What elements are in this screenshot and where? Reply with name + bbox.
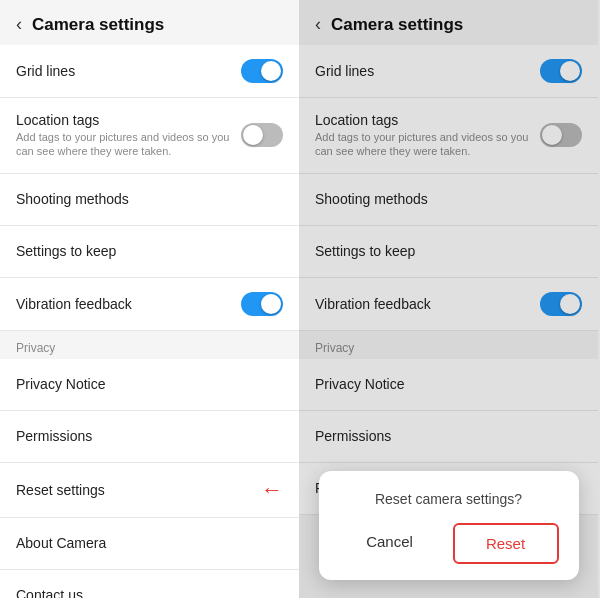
left-location-tags-knob <box>243 125 263 145</box>
left-reset-arrow-icon: ← <box>261 477 283 503</box>
dialog-cancel-button[interactable]: Cancel <box>339 523 441 564</box>
left-settings-list: Grid lines Location tags Add tags to you… <box>0 45 299 598</box>
left-vibration-feedback-toggle[interactable] <box>241 292 283 316</box>
left-privacy-notice-label: Privacy Notice <box>16 376 283 392</box>
dialog-title: Reset camera settings? <box>339 491 559 507</box>
left-about-camera-label: About Camera <box>16 535 283 551</box>
left-grid-lines-toggle[interactable] <box>241 59 283 83</box>
left-privacy-notice-item[interactable]: Privacy Notice <box>0 359 299 411</box>
left-about-camera-item[interactable]: About Camera <box>0 518 299 570</box>
left-panel: ‹ Camera settings Grid lines Location ta… <box>0 0 299 598</box>
left-grid-lines-knob <box>261 61 281 81</box>
left-header-title: Camera settings <box>32 15 164 35</box>
left-location-tags-toggle[interactable] <box>241 123 283 147</box>
left-permissions-item[interactable]: Permissions <box>0 411 299 463</box>
dialog-buttons: Cancel Reset <box>339 523 559 564</box>
left-vibration-feedback-label: Vibration feedback <box>16 296 241 312</box>
dialog-reset-button[interactable]: Reset <box>453 523 559 564</box>
left-permissions-label: Permissions <box>16 428 283 444</box>
left-vibration-feedback-knob <box>261 294 281 314</box>
right-dialog-overlay: Reset camera settings? Cancel Reset <box>299 0 598 598</box>
left-reset-settings-item[interactable]: Reset settings ← <box>0 463 299 518</box>
left-location-tags-label: Location tags <box>16 112 241 128</box>
left-settings-to-keep-item[interactable]: Settings to keep <box>0 226 299 278</box>
reset-dialog: Reset camera settings? Cancel Reset <box>319 471 579 580</box>
left-grid-lines-label: Grid lines <box>16 63 241 79</box>
left-reset-settings-label: Reset settings <box>16 482 253 498</box>
left-contact-us-item[interactable]: Contact us <box>0 570 299 598</box>
left-contact-us-label: Contact us <box>16 587 283 598</box>
left-location-tags-item[interactable]: Location tags Add tags to your pictures … <box>0 98 299 174</box>
left-header: ‹ Camera settings <box>0 0 299 45</box>
right-panel-wrapper: ‹ Camera settings Grid lines Location ta… <box>299 0 598 598</box>
left-settings-to-keep-label: Settings to keep <box>16 243 283 259</box>
left-shooting-methods-label: Shooting methods <box>16 191 283 207</box>
left-location-tags-sublabel: Add tags to your pictures and videos so … <box>16 130 241 159</box>
left-grid-lines-item[interactable]: Grid lines <box>0 45 299 98</box>
left-shooting-methods-item[interactable]: Shooting methods <box>0 174 299 226</box>
left-vibration-feedback-item[interactable]: Vibration feedback <box>0 278 299 331</box>
left-back-button[interactable]: ‹ <box>16 14 22 35</box>
left-privacy-section-header: Privacy <box>0 331 299 359</box>
